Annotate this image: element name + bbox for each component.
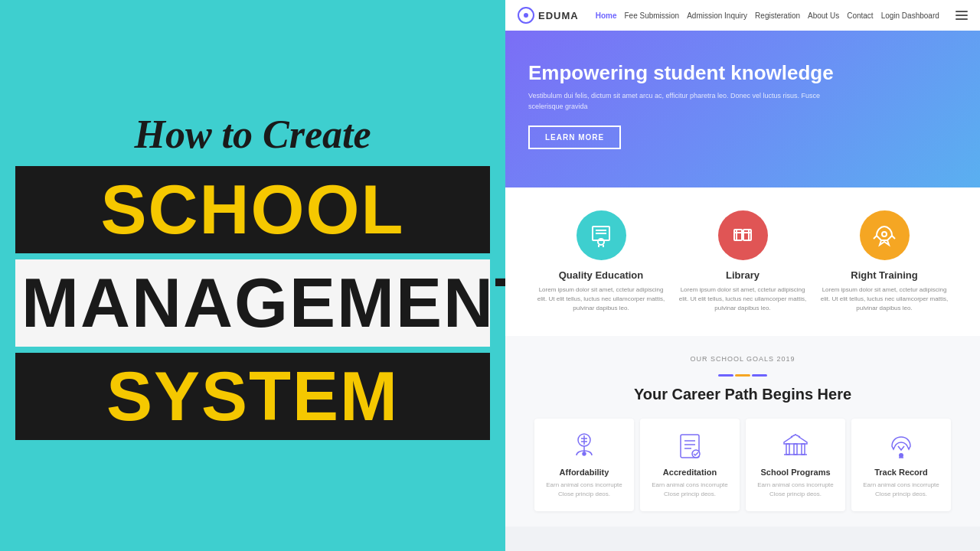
svg-rect-25 <box>794 444 797 455</box>
affordability-title: Affordability <box>560 468 609 477</box>
logo-text: EDUMA <box>538 10 579 21</box>
svg-point-28 <box>899 453 903 458</box>
svg-rect-24 <box>786 444 789 455</box>
affordability-icon <box>569 431 599 461</box>
library-icon <box>730 223 755 248</box>
goal-accreditation: Accreditation Earn animal cons incorrupt… <box>640 419 740 511</box>
nav-registeration[interactable]: Registeration <box>755 11 800 20</box>
management-block: MANAGEMENT <box>15 259 490 347</box>
right-training-icon-circle <box>860 210 910 260</box>
navbar: EDUMA Home Fee Submission Admission Inqu… <box>505 0 980 31</box>
left-panel: How to Create SCHOOL MANAGEMENT SYSTEM <box>0 0 505 551</box>
svg-point-17 <box>583 452 586 455</box>
school-text: SCHOOL <box>100 171 404 248</box>
accreditation-icon <box>675 431 705 461</box>
hamburger-icon[interactable] <box>956 11 968 20</box>
nav-about[interactable]: About Us <box>808 11 839 20</box>
school-programs-title: School Programs <box>760 468 830 477</box>
hero-subtitle: Vestibulum dui felis, dictum sit amet ar… <box>528 91 835 112</box>
library-title: Library <box>726 269 760 281</box>
logo-inner-dot <box>524 13 528 18</box>
system-block: SYSTEM <box>15 353 490 440</box>
goals-eyebrow: OUR SCHOOL GOALS 2019 <box>521 355 965 363</box>
quality-education-title: Quality Education <box>559 269 644 281</box>
affordability-desc: Earn animal cons incorrupte Close princi… <box>544 481 625 499</box>
nav-login[interactable]: Login Dashboard <box>881 11 939 20</box>
nav-admission[interactable]: Admission Inquiry <box>687 11 747 20</box>
svg-rect-7 <box>743 230 751 240</box>
nav-contact[interactable]: Contact <box>847 11 873 20</box>
quality-education-icon-circle <box>577 210 626 260</box>
goal-affordability: Affordability Earn animal cons incorrupt… <box>534 419 634 511</box>
feature-library: Library Lorem ipsum dolor sit amet, ccte… <box>676 210 810 313</box>
accreditation-desc: Earn animal cons incorrupte Close princi… <box>649 481 730 499</box>
svg-line-13 <box>874 236 877 239</box>
hero-title: Empowering student knowledge <box>528 61 957 85</box>
certificate-icon <box>589 223 613 248</box>
accreditation-title: Accreditation <box>663 468 717 477</box>
track-record-icon <box>886 431 916 461</box>
management-text: MANAGEMENT <box>21 265 538 341</box>
track-record-desc: Earn animal cons incorrupte Close princi… <box>861 481 942 499</box>
goals-dots <box>521 366 965 380</box>
quality-education-desc: Lorem ipsum dolor sit amet, cctetur adip… <box>534 285 668 313</box>
nav-home[interactable]: Home <box>596 11 617 20</box>
right-panel: EDUMA Home Fee Submission Admission Inqu… <box>505 0 980 551</box>
hero-section: Empowering student knowledge Vestibulum … <box>505 31 980 187</box>
school-programs-desc: Earn animal cons incorrupte Close princi… <box>755 481 836 499</box>
track-record-title: Track Record <box>874 468 928 477</box>
system-text: SYSTEM <box>106 358 399 435</box>
learn-more-button[interactable]: LEARN MORE <box>528 126 621 149</box>
svg-line-14 <box>892 236 895 239</box>
library-desc: Lorem ipsum dolor sit amet, cctetur adip… <box>676 285 810 313</box>
library-icon-circle <box>718 210 768 260</box>
goals-section: OUR SCHOOL GOALS 2019 Your Career Path B… <box>505 336 980 527</box>
goal-school-programs: School Programs Earn animal cons incorru… <box>746 419 845 511</box>
feature-quality-education: Quality Education Lorem ipsum dolor sit … <box>534 210 668 313</box>
svg-rect-26 <box>802 444 805 455</box>
school-block: SCHOOL <box>15 166 490 253</box>
goal-track-record: Track Record Earn animal cons incorrupte… <box>851 419 951 511</box>
right-training-desc: Lorem ipsum dolor sit amet, cctetur adip… <box>818 285 952 313</box>
goals-cards: Affordability Earn animal cons incorrupt… <box>521 419 965 511</box>
rocket-icon <box>872 223 897 248</box>
goals-title: Your Career Path Begins Here <box>521 386 965 403</box>
school-programs-icon <box>780 431 811 461</box>
how-to-create-text: How to Create <box>134 112 371 157</box>
svg-point-12 <box>882 232 887 236</box>
features-section: Quality Education Lorem ipsum dolor sit … <box>505 187 980 336</box>
logo-icon <box>518 7 534 24</box>
svg-rect-6 <box>734 230 742 240</box>
nav-links: Home Fee Submission Admission Inquiry Re… <box>596 11 946 20</box>
logo-area: EDUMA <box>518 7 579 24</box>
nav-fee-submission[interactable]: Fee Submission <box>624 11 679 20</box>
feature-right-training: Right Training Lorem ipsum dolor sit ame… <box>818 210 952 313</box>
right-training-title: Right Training <box>851 269 917 281</box>
